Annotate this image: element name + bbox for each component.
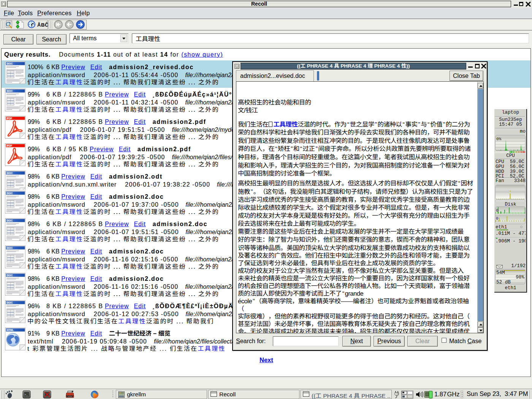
svg-text:>_: >_ <box>24 393 28 396</box>
svg-text:DOC: DOC <box>7 62 13 65</box>
svg-text:DOC: DOC <box>7 301 13 304</box>
svg-text:0%: 0% <box>496 137 502 141</box>
svg-text:DOC: DOC <box>7 172 13 174</box>
svg-text:DOC: DOC <box>7 192 13 195</box>
svg-text:DOC: DOC <box>7 219 13 222</box>
svg-text:DOC: DOC <box>7 247 13 249</box>
svg-text:HTML: HTML <box>7 329 14 331</box>
svg-text:PDF: PDF <box>7 117 13 120</box>
svg-text:DOC: DOC <box>7 274 13 277</box>
svg-text:PDF: PDF <box>7 144 13 147</box>
svg-text:DOC: DOC <box>7 90 13 92</box>
